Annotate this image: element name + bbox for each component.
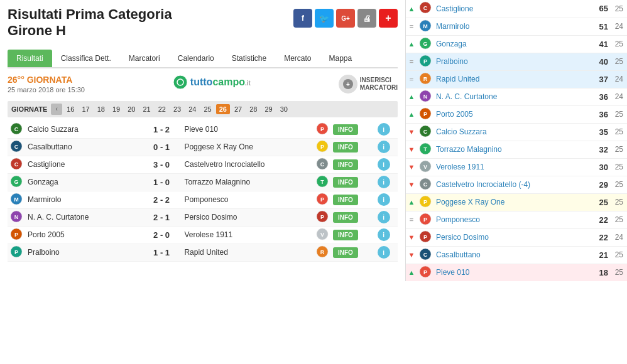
info-icon-cell[interactable]: i bbox=[376, 191, 398, 208]
info-icon-cell[interactable]: i bbox=[376, 244, 398, 261]
info-circle-icon[interactable]: i bbox=[378, 141, 390, 153]
info-circle-icon[interactable]: i bbox=[378, 211, 390, 223]
tab-statistiche[interactable]: Statistiche bbox=[223, 50, 275, 67]
info-button-cell[interactable]: INFO bbox=[331, 208, 376, 226]
info-button-cell[interactable]: INFO bbox=[331, 226, 376, 244]
info-button[interactable]: INFO bbox=[333, 247, 358, 258]
round-29[interactable]: 29 bbox=[262, 104, 276, 114]
info-button[interactable]: INFO bbox=[333, 230, 358, 240]
svg-text:+: + bbox=[346, 81, 350, 88]
round-22[interactable]: 22 bbox=[155, 104, 169, 114]
points: 22 bbox=[593, 211, 612, 228]
info-icon-cell[interactable]: i bbox=[376, 138, 398, 156]
team-name[interactable]: Verolese 1911 bbox=[433, 158, 593, 176]
insert-marcatori-button[interactable]: + INSERISCI MARCATORI bbox=[339, 75, 398, 94]
team-logo: P bbox=[417, 105, 433, 123]
google-plus-button[interactable]: G+ bbox=[336, 9, 355, 28]
add-button[interactable]: + bbox=[379, 9, 398, 28]
info-circle-icon[interactable]: i bbox=[378, 228, 390, 241]
svg-text:P: P bbox=[423, 199, 427, 205]
team-name[interactable]: Poggese X Ray One bbox=[433, 193, 593, 211]
info-circle-icon[interactable]: i bbox=[378, 158, 390, 171]
round-25[interactable]: 25 bbox=[201, 104, 215, 114]
info-circle-icon[interactable]: i bbox=[378, 176, 390, 188]
info-button-cell[interactable]: INFO bbox=[331, 173, 376, 191]
svg-text:V: V bbox=[320, 232, 324, 238]
round-17[interactable]: 17 bbox=[79, 104, 93, 114]
round-19[interactable]: 19 bbox=[109, 104, 123, 114]
points: 36 bbox=[593, 105, 612, 123]
tab-risultati[interactable]: Risultati bbox=[8, 50, 52, 67]
team-name[interactable]: Persico Dosimo bbox=[433, 228, 593, 246]
info-button-cell[interactable]: INFO bbox=[331, 244, 376, 261]
prev-round-arrow[interactable]: ‹ bbox=[51, 104, 62, 115]
round-28[interactable]: 28 bbox=[246, 104, 260, 114]
points: 35 bbox=[593, 123, 612, 141]
info-button-cell[interactable]: INFO bbox=[331, 138, 376, 156]
team-logo: G bbox=[417, 35, 433, 53]
twitter-button[interactable]: 🐦 bbox=[315, 9, 334, 28]
trend-indicator: ▼ bbox=[406, 141, 417, 158]
team-name[interactable]: Calcio Suzzara bbox=[433, 123, 593, 141]
info-button[interactable]: INFO bbox=[333, 124, 358, 135]
info-icon-cell[interactable]: i bbox=[376, 226, 398, 244]
round-27[interactable]: 27 bbox=[231, 104, 245, 114]
svg-text:N: N bbox=[14, 214, 19, 220]
match-score: 2 - 0 bbox=[141, 226, 182, 244]
team-logo: P bbox=[417, 264, 433, 281]
team-name[interactable]: Rapid United bbox=[433, 70, 593, 88]
tab-classifica[interactable]: Classifica Dett. bbox=[52, 50, 120, 67]
team-name[interactable]: N. A. C. Curtatone bbox=[433, 88, 593, 105]
svg-text:P: P bbox=[14, 232, 18, 238]
team-name[interactable]: Pomponesco bbox=[433, 211, 593, 228]
tab-mercato[interactable]: Mercato bbox=[275, 50, 320, 67]
home-team: Marmirolo bbox=[25, 191, 141, 208]
round-26-current[interactable]: 26 bbox=[216, 104, 230, 114]
tab-marcatori[interactable]: Marcatori bbox=[120, 50, 169, 67]
team-name[interactable]: Gonzaga bbox=[433, 35, 593, 53]
info-button-cell[interactable]: INFO bbox=[331, 121, 376, 139]
team-name[interactable]: Marmirolo bbox=[433, 18, 593, 35]
info-icon-cell[interactable]: i bbox=[376, 173, 398, 191]
team-name[interactable]: Castelvetro Incrociatello (-4) bbox=[433, 176, 593, 193]
round-18[interactable]: 18 bbox=[94, 104, 108, 114]
team-logo: T bbox=[417, 141, 433, 158]
info-button[interactable]: INFO bbox=[333, 177, 358, 188]
info-button-cell[interactable]: INFO bbox=[331, 156, 376, 173]
facebook-button[interactable]: f bbox=[293, 9, 312, 28]
tab-calendario[interactable]: Calendario bbox=[169, 50, 223, 67]
round-23[interactable]: 23 bbox=[170, 104, 184, 114]
team-logo: V bbox=[417, 158, 433, 176]
info-button[interactable]: INFO bbox=[333, 195, 358, 205]
round-16[interactable]: 16 bbox=[63, 104, 77, 114]
info-icon-cell[interactable]: i bbox=[376, 121, 398, 139]
info-circle-icon[interactable]: i bbox=[378, 246, 390, 259]
team-logo: C bbox=[417, 246, 433, 264]
info-button[interactable]: INFO bbox=[333, 142, 358, 153]
info-button-cell[interactable]: INFO bbox=[331, 191, 376, 208]
team-name[interactable]: Pieve 010 bbox=[433, 264, 593, 281]
standings-table: ▲ C Castiglione 65 25 = M Marmirolo 51 2… bbox=[406, 0, 627, 281]
info-icon-cell[interactable]: i bbox=[376, 156, 398, 173]
team-name[interactable]: Torrazzo Malagnino bbox=[433, 141, 593, 158]
info-button[interactable]: INFO bbox=[333, 159, 358, 170]
team-name[interactable]: Casalbuttano bbox=[433, 246, 593, 264]
print-button[interactable]: 🖨 bbox=[357, 9, 376, 28]
team-name[interactable]: Pralboino bbox=[433, 53, 593, 70]
svg-text:C: C bbox=[14, 126, 19, 132]
team-name[interactable]: Castiglione bbox=[433, 0, 593, 18]
team-logo: C bbox=[417, 176, 433, 193]
match-score: 1 - 2 bbox=[141, 121, 182, 139]
standings-row: ▼ P Persico Dosimo 22 24 bbox=[406, 228, 627, 246]
team-logo: M bbox=[417, 18, 433, 35]
round-21[interactable]: 21 bbox=[140, 104, 154, 114]
tab-mappa[interactable]: Mappa bbox=[320, 50, 361, 67]
round-30[interactable]: 30 bbox=[277, 104, 291, 114]
round-24[interactable]: 24 bbox=[185, 104, 199, 114]
team-name[interactable]: Porto 2005 bbox=[433, 105, 593, 123]
round-20[interactable]: 20 bbox=[124, 104, 138, 114]
info-circle-icon[interactable]: i bbox=[378, 123, 390, 136]
info-circle-icon[interactable]: i bbox=[378, 193, 390, 206]
info-icon-cell[interactable]: i bbox=[376, 208, 398, 226]
info-button[interactable]: INFO bbox=[333, 212, 358, 223]
